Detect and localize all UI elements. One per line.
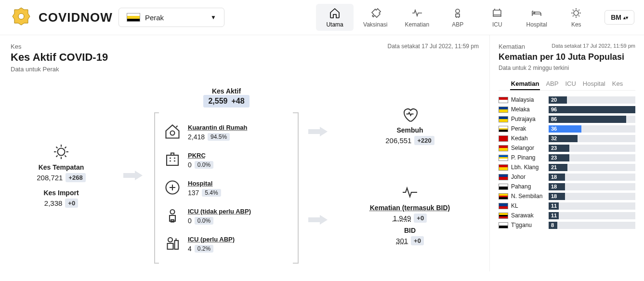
state-flag-icon <box>499 213 508 219</box>
categories-bracket: Kuarantin di Rumah 2,41894.5% PKRC 00.0%… <box>154 112 299 264</box>
svg-point-1 <box>456 9 460 13</box>
svg-point-3 <box>534 12 535 13</box>
virus-icon <box>570 7 582 19</box>
state-flag-icon <box>499 107 508 113</box>
bar-track: 18 <box>549 193 635 200</box>
svg-point-6 <box>171 131 175 135</box>
bar-row[interactable]: P. Pinang 23 <box>499 154 635 161</box>
bar-track: 86 <box>549 116 635 123</box>
virus-icon <box>53 143 70 161</box>
chevron-down-icon: ▼ <box>210 14 216 21</box>
deaths-bar-chart: Malaysia 20 Melaka 96 Putrajaya 86 Perak… <box>499 96 635 229</box>
bar-row[interactable]: Pahang 18 <box>499 183 635 190</box>
bar-row[interactable]: Lbh. Klang 21 <box>499 164 635 171</box>
side-tab-abp[interactable]: ABP <box>545 78 559 90</box>
category-label[interactable]: PKRC <box>188 152 213 159</box>
nav-kes[interactable]: Kes <box>557 4 595 31</box>
bar-value: 23 <box>549 145 559 151</box>
category-label[interactable]: Kuarantin di Rumah <box>188 124 248 131</box>
hospital-icon <box>164 179 182 197</box>
nav-label: Vaksinasi <box>363 21 387 28</box>
icu-abp-icon <box>164 235 182 253</box>
bar-row[interactable]: N. Sembilan 18 <box>499 193 635 200</box>
category-row: ICU (tidak perlu ABP) 00.0% <box>164 202 289 230</box>
bar-track: 11 <box>549 202 635 210</box>
arrow-right-icon <box>123 170 143 181</box>
nav-utama[interactable]: Utama <box>316 4 354 31</box>
nav-hospital[interactable]: Hospital <box>518 4 555 31</box>
side-tab-hospital[interactable]: Hospital <box>582 78 606 90</box>
bar-row[interactable]: Johor 18 <box>499 174 635 181</box>
side-panel: Kematian Data setakat 17 Jul 2022, 11:59… <box>490 35 644 271</box>
state-name: Malaysia <box>511 96 546 103</box>
bar-row[interactable]: Perak 36 <box>499 125 635 133</box>
nav-icu[interactable]: ICU <box>478 4 516 31</box>
bar-row[interactable]: Selangor 23 <box>499 145 635 152</box>
icu-icon <box>491 7 503 19</box>
bar-row[interactable]: Putrajaya 86 <box>499 116 635 123</box>
nav-vaksinasi[interactable]: Vaksinasi <box>355 4 395 31</box>
pkrc-icon <box>164 151 182 169</box>
arrow-right-icon <box>308 214 328 226</box>
death-pulse-icon <box>401 184 419 201</box>
arrow-right-icon <box>308 126 328 137</box>
bar-track: 18 <box>549 174 635 181</box>
state-name: Selangor <box>511 145 546 151</box>
svg-point-5 <box>58 148 65 156</box>
bid-delta: +0 <box>411 236 424 245</box>
bar-row[interactable]: KL 11 <box>499 202 635 210</box>
deaths-delta: +0 <box>414 214 427 223</box>
perak-flag-icon <box>127 13 140 22</box>
bar-row[interactable]: Sarawak 11 <box>499 212 635 219</box>
category-label[interactable]: ICU (perlu ABP) <box>188 236 235 243</box>
nav-label: Hospital <box>526 21 547 28</box>
syringe-icon <box>369 7 381 19</box>
side-tabs: KematianABPICUHospitalKes <box>499 78 635 91</box>
bar-row[interactable]: Melaka 96 <box>499 106 635 113</box>
state-name: Melaka <box>511 106 546 113</box>
state-flag-icon <box>499 135 508 142</box>
bar-track: 18 <box>549 183 635 190</box>
state-flag-icon <box>499 145 508 151</box>
bar-track: 23 <box>549 145 635 152</box>
bar-value: 36 <box>549 126 559 132</box>
side-tab-kes[interactable]: Kes <box>611 78 624 90</box>
language-label: BM <box>611 13 621 21</box>
recovered-label: Sembuh <box>396 126 423 134</box>
bar-row[interactable]: Kedah 32 <box>499 135 635 142</box>
nav-label: ABP <box>452 21 463 28</box>
local-cases-delta: +268 <box>66 173 85 182</box>
bar-value: 32 <box>549 135 559 141</box>
updown-icon: ▴▾ <box>623 15 628 20</box>
bid-label: BID <box>396 227 424 234</box>
language-selector[interactable]: BM ▴▾ <box>605 10 634 25</box>
state-flag-icon <box>499 184 508 190</box>
bar-value: 18 <box>549 184 559 189</box>
category-value: 2,418 <box>188 133 205 141</box>
svg-point-11 <box>168 238 172 242</box>
side-tab-kematian[interactable]: Kematian <box>510 78 540 90</box>
nav-label: Kematian <box>405 21 430 28</box>
category-pct: 94.5% <box>208 133 230 141</box>
category-label[interactable]: Hospital <box>188 180 221 187</box>
top-nav: Utama Vaksinasi Kematian ABP ICU Hospita… <box>316 4 595 31</box>
side-sub: Data untuk 2 minggu terkini <box>499 65 635 71</box>
recovered-value: 206,551 <box>385 136 411 145</box>
import-cases-delta: +0 <box>65 199 78 208</box>
state-selector[interactable]: Perak ▼ <box>118 8 224 27</box>
side-crumb: Kematian <box>499 43 525 50</box>
state-name: Pahang <box>511 183 546 190</box>
category-label[interactable]: ICU (tidak perlu ABP) <box>188 208 251 215</box>
category-row: ICU (perlu ABP) 40.2% <box>164 230 289 258</box>
state-name: Perak <box>145 13 206 22</box>
state-flag-icon <box>499 116 508 122</box>
state-flag-icon <box>499 155 508 161</box>
bar-row[interactable]: T'gganu 8 <box>499 222 635 229</box>
nav-abp[interactable]: ABP <box>439 4 476 31</box>
category-pct: 0.2% <box>195 245 213 253</box>
state-flag-icon <box>499 203 508 209</box>
side-tab-icu[interactable]: ICU <box>564 78 577 90</box>
nav-kematian[interactable]: Kematian <box>397 4 437 31</box>
section-sub: Data untuk Perak <box>11 66 108 73</box>
bar-row[interactable]: Malaysia 20 <box>499 96 635 104</box>
